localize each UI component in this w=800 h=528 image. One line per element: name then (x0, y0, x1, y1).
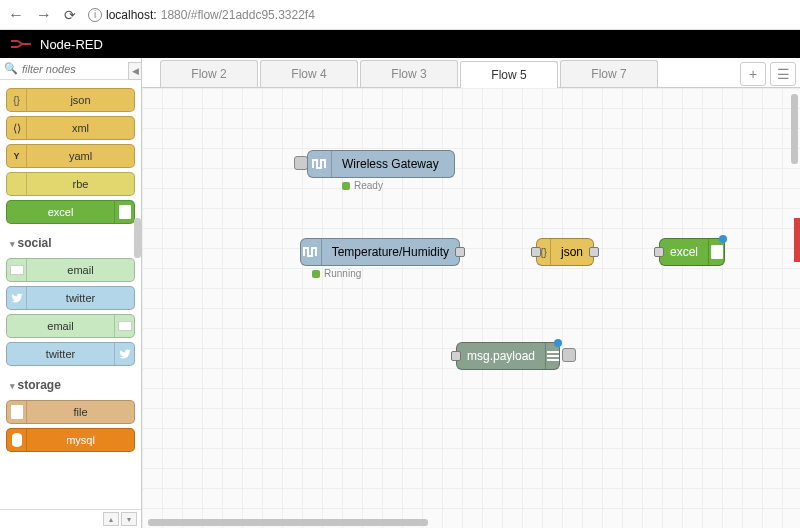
input-port[interactable] (451, 351, 461, 361)
status-dot-icon (342, 182, 350, 190)
changed-indicator-icon (719, 235, 727, 243)
palette-node-excel[interactable]: excel (6, 200, 135, 224)
palette-node-twitter-in[interactable]: twitter (6, 286, 135, 310)
browser-toolbar: ← → ⟳ i localhost:1880/#flow/21addc95.33… (0, 0, 800, 30)
palette-node-xml[interactable]: ⟨⟩xml (6, 116, 135, 140)
xml-icon: ⟨⟩ (7, 117, 27, 139)
url-host: localhost: (106, 8, 157, 22)
json-icon (7, 89, 27, 111)
palette-node-email-out[interactable]: email (6, 314, 135, 338)
node-wireless-gateway[interactable]: Wireless Gateway (307, 150, 455, 178)
tab-flow-3[interactable]: Flow 3 (360, 60, 458, 87)
url-path: 1880/#flow/21addc95.3322f4 (161, 8, 315, 22)
envelope-icon (7, 259, 27, 281)
gateway-input-port[interactable] (294, 156, 308, 170)
tab-flow-2[interactable]: Flow 2 (160, 60, 258, 87)
twitter-icon (114, 343, 134, 365)
temp-status: Running (312, 268, 361, 279)
wave-icon (308, 151, 332, 177)
forward-button[interactable]: → (36, 6, 52, 24)
status-dot-icon (312, 270, 320, 278)
palette-node-email-in[interactable]: email (6, 258, 135, 282)
output-port[interactable] (455, 247, 465, 257)
input-port[interactable] (531, 247, 541, 257)
wave-icon (301, 239, 322, 265)
app-title: Node-RED (40, 37, 103, 52)
palette-sidebar: 🔍 ◀ json ⟨⟩xml Yyaml rbe excel social em… (0, 58, 142, 528)
reload-button[interactable]: ⟳ (64, 7, 76, 23)
add-flow-button[interactable]: + (740, 62, 766, 86)
palette-scrollbar[interactable] (134, 218, 141, 258)
flow-tabs: Flow 2 Flow 4 Flow 3 Flow 5 Flow 7 + ☰ (142, 58, 800, 88)
collapse-sidebar-button[interactable]: ◀ (128, 62, 142, 80)
output-port[interactable] (589, 247, 599, 257)
category-social[interactable]: social (6, 228, 135, 254)
palette-node-file[interactable]: file (6, 400, 135, 424)
node-debug[interactable]: msg.payload (456, 342, 560, 370)
palette-node-yaml[interactable]: Yyaml (6, 144, 135, 168)
debug-toggle-port[interactable] (562, 348, 576, 362)
category-storage[interactable]: storage (6, 370, 135, 396)
node-temperature-humidity[interactable]: Temperature/Humidity (300, 238, 460, 266)
filter-input[interactable] (22, 63, 137, 75)
gateway-status: Ready (342, 180, 383, 191)
changed-indicator-icon (554, 339, 562, 347)
yaml-icon: Y (7, 145, 27, 167)
address-bar[interactable]: i localhost:1880/#flow/21addc95.3322f4 (88, 8, 315, 22)
database-icon (7, 429, 27, 451)
palette-node-twitter-out[interactable]: twitter (6, 342, 135, 366)
file-icon (7, 401, 27, 423)
node-json[interactable]: json (536, 238, 594, 266)
node-red-logo-icon (10, 38, 32, 50)
workspace: Flow 2 Flow 4 Flow 3 Flow 5 Flow 7 + ☰ W… (142, 58, 800, 528)
palette-node-rbe[interactable]: rbe (6, 172, 135, 196)
palette-collapse-button[interactable]: ▴ (103, 512, 119, 526)
rbe-icon (7, 173, 27, 195)
tab-flow-4[interactable]: Flow 4 (260, 60, 358, 87)
app-header: Node-RED (0, 30, 800, 58)
sidebar-toggle[interactable] (794, 218, 800, 262)
info-icon[interactable]: i (88, 8, 102, 22)
palette-expand-button[interactable]: ▾ (121, 512, 137, 526)
filter-row: 🔍 (0, 58, 141, 80)
back-button[interactable]: ← (8, 6, 24, 24)
palette-list[interactable]: json ⟨⟩xml Yyaml rbe excel social email … (0, 80, 141, 509)
palette-node-json[interactable]: json (6, 88, 135, 112)
twitter-icon (7, 287, 27, 309)
canvas-scrollbar-vertical[interactable] (791, 94, 798, 164)
envelope-icon (114, 315, 134, 337)
tab-flow-5[interactable]: Flow 5 (460, 61, 558, 88)
list-flows-button[interactable]: ☰ (770, 62, 796, 86)
tab-flow-7[interactable]: Flow 7 (560, 60, 658, 87)
palette-node-mysql[interactable]: mysql (6, 428, 135, 452)
palette-footer: ▴ ▾ (0, 509, 141, 528)
node-excel[interactable]: excel (659, 238, 725, 266)
flow-canvas[interactable]: Wireless Gateway Ready Temperature/Humid… (142, 88, 800, 528)
input-port[interactable] (654, 247, 664, 257)
file-icon (114, 201, 134, 223)
search-icon: 🔍 (4, 62, 18, 75)
canvas-scrollbar-horizontal[interactable] (148, 519, 428, 526)
